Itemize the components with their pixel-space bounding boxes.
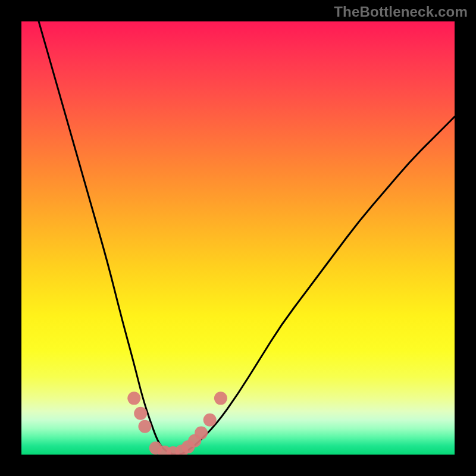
plot-area	[21, 21, 455, 455]
marker-dot	[134, 407, 147, 420]
curve-markers	[127, 392, 227, 455]
marker-dot	[138, 420, 151, 433]
watermark-text: TheBottleneck.com	[334, 4, 468, 20]
marker-dot	[203, 414, 217, 427]
chart-svg	[21, 21, 455, 455]
marker-dot	[127, 392, 140, 405]
bottleneck-curve	[39, 21, 455, 455]
marker-dot	[195, 427, 208, 440]
chart-frame: TheBottleneck.com	[0, 0, 476, 476]
marker-dot	[214, 392, 227, 405]
